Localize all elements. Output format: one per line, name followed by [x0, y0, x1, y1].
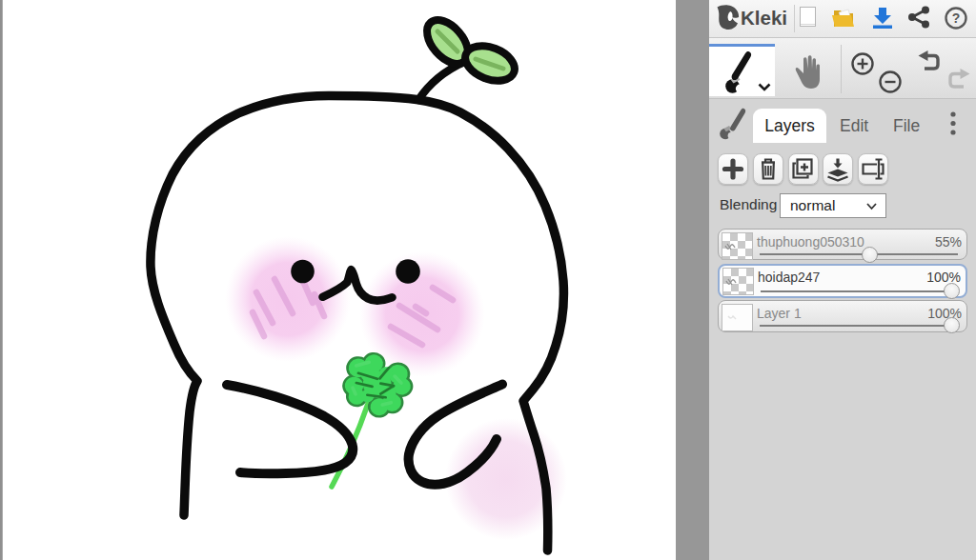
- svg-text:?: ?: [952, 10, 961, 26]
